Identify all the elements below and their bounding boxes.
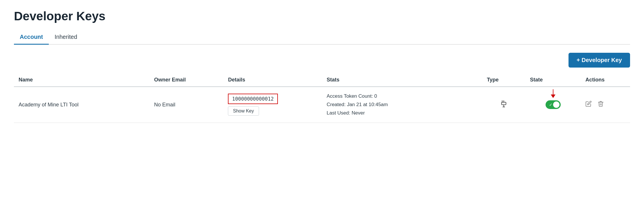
key-owner-email: No Email (150, 87, 224, 123)
col-header-details: Details (223, 73, 322, 87)
edit-icon[interactable] (585, 101, 592, 109)
col-header-actions: Actions (581, 73, 630, 87)
key-type-cell (482, 87, 526, 123)
key-name: Academy of Mine LTI Tool (14, 87, 150, 123)
key-details-cell: 10000000000012 Show Key (223, 87, 322, 123)
stats-line-1: Access Token Count: 0 (327, 92, 478, 101)
details-container: 10000000000012 Show Key (228, 94, 317, 116)
col-header-owner-email: Owner Email (150, 73, 224, 87)
key-state-cell: ✓ (525, 87, 581, 123)
developer-keys-table: Name Owner Email Details Stats Type Stat… (14, 73, 630, 123)
page-title: Developer Keys (14, 9, 630, 23)
toolbar: + Developer Key (14, 53, 630, 68)
actions-container (585, 101, 625, 109)
page-container: Developer Keys Account Inherited + Devel… (0, 0, 644, 132)
state-arrow (551, 89, 555, 98)
add-developer-key-button[interactable]: + Developer Key (569, 53, 630, 68)
stats-line-3: Last Used: Never (327, 109, 478, 117)
delete-icon[interactable] (598, 101, 604, 109)
key-stats-cell: Access Token Count: 0 Created: Jan 21 at… (322, 87, 482, 123)
tab-account[interactable]: Account (14, 30, 49, 45)
table-header-row: Name Owner Email Details Stats Type Stat… (14, 73, 630, 87)
col-header-stats: Stats (322, 73, 482, 87)
tab-bar: Account Inherited (14, 30, 630, 45)
state-toggle[interactable]: ✓ (546, 100, 561, 109)
key-actions-cell (581, 87, 630, 123)
toggle-check-icon: ✓ (549, 102, 553, 107)
col-header-state: State (525, 73, 581, 87)
svg-rect-2 (501, 102, 506, 105)
col-header-name: Name (14, 73, 150, 87)
stats-line-2: Created: Jan 21 at 10:45am (327, 101, 478, 109)
tab-inherited[interactable]: Inherited (49, 30, 83, 45)
show-key-button[interactable]: Show Key (228, 106, 259, 116)
lti-plug-icon (500, 102, 508, 109)
table-row: Academy of Mine LTI Tool No Email 100000… (14, 87, 630, 123)
key-id-box: 10000000000012 (228, 94, 278, 104)
col-header-type: Type (482, 73, 526, 87)
